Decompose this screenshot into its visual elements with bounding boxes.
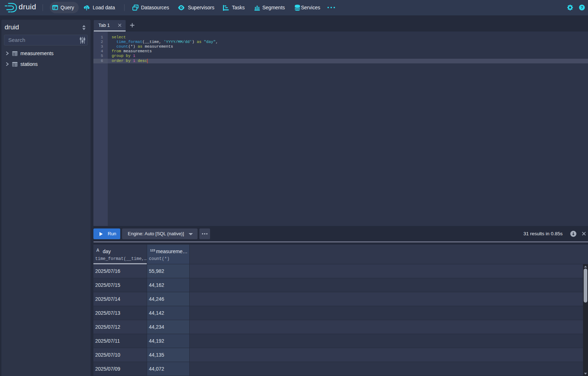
svg-text:?: ?: [580, 5, 583, 10]
